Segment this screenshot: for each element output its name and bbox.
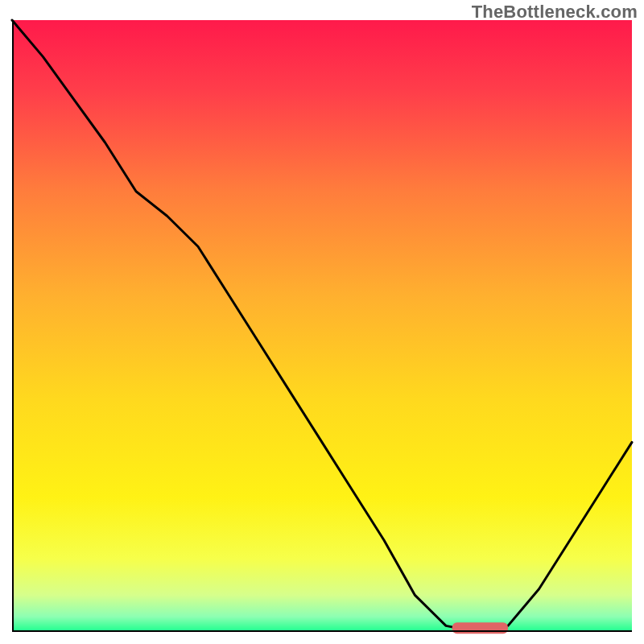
optimal-marker	[452, 622, 508, 634]
watermark-text: TheBottleneck.com	[472, 2, 638, 23]
gradient-background	[12, 20, 632, 632]
chart-svg	[0, 0, 644, 644]
bottleneck-chart: TheBottleneck.com	[0, 0, 644, 644]
